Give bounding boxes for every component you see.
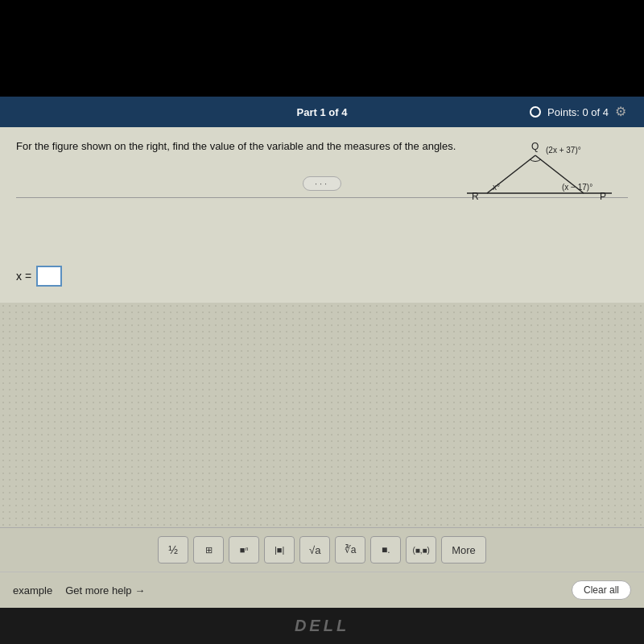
gear-icon[interactable]: ⚙ <box>615 104 631 120</box>
absolute-btn[interactable]: |■| <box>264 536 295 564</box>
svg-text:R: R <box>472 191 479 202</box>
svg-text:(x − 17)°: (x − 17)° <box>562 183 592 192</box>
answer-input[interactable] <box>36 266 62 287</box>
fraction-btn[interactable]: ½ <box>158 536 188 564</box>
figure-area: Q R P (2x + 37)° x° (x − 17)° <box>443 135 628 232</box>
dell-logo: DELL <box>295 617 349 635</box>
header-right: Points: 0 of 4 ⚙ <box>530 104 631 120</box>
svg-text:x°: x° <box>493 183 500 192</box>
main-content-area: Part 1 of 4 Points: 0 of 4 ⚙ For the fig… <box>0 97 644 644</box>
x-equals-label: x = <box>16 270 31 283</box>
dell-logo-bar: DELL <box>0 608 644 644</box>
points-circle-icon <box>530 106 541 118</box>
content-box: For the figure shown on the right, find … <box>0 127 644 256</box>
footer-links: example Get more help → <box>13 584 145 597</box>
matrix-btn[interactable]: ⊞ <box>193 536 224 564</box>
svg-text:(2x + 37)°: (2x + 37)° <box>546 146 581 155</box>
more-button[interactable]: More <box>441 536 486 564</box>
svg-text:P: P <box>600 191 606 202</box>
decimal-btn[interactable]: ■. <box>370 536 401 564</box>
example-link[interactable]: example <box>13 584 52 597</box>
clear-all-button[interactable]: Clear all <box>572 580 631 600</box>
part-label: Part 1 of 4 <box>297 106 348 118</box>
bottom-footer: example Get more help → Clear all <box>0 572 644 608</box>
expand-dots-button[interactable]: ··· <box>303 176 341 191</box>
points-label: Points: 0 of 4 <box>547 106 609 118</box>
triangle-figure: Q R P (2x + 37)° x° (x − 17)° <box>443 135 628 232</box>
math-toolbar: ½ ⊞ ■ⁿ |■| √a ∛a ■. (■,■) More <box>0 527 644 572</box>
cbrt-btn[interactable]: ∛a <box>335 536 365 564</box>
top-black-area <box>0 0 644 97</box>
header-bar: Part 1 of 4 Points: 0 of 4 ⚙ <box>0 97 644 127</box>
point-btn[interactable]: (■,■) <box>406 536 436 564</box>
superscript-btn[interactable]: ■ⁿ <box>229 536 259 564</box>
x-equals-row: x = <box>16 266 628 287</box>
get-more-help-link[interactable]: Get more help → <box>65 584 145 597</box>
svg-text:Q: Q <box>531 141 539 152</box>
answer-area: x = <box>0 256 644 303</box>
sqrt-btn[interactable]: √a <box>299 536 330 564</box>
question-text: For the figure shown on the right, find … <box>16 140 483 152</box>
